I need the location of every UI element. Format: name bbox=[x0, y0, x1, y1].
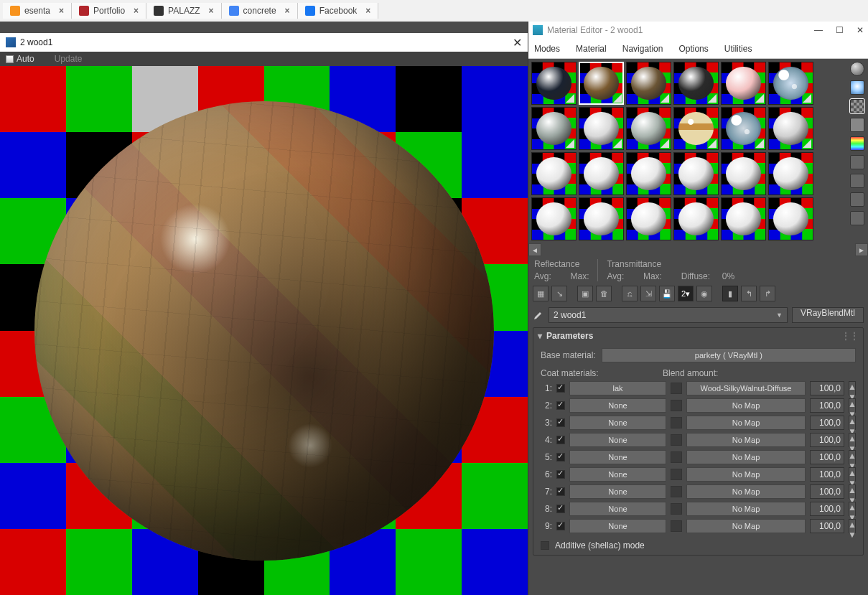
coat-enable-checkbox[interactable] bbox=[556, 436, 565, 444]
spinner-icon[interactable]: ▲▼ bbox=[849, 450, 856, 464]
coat-blend-amount[interactable]: 100,0 bbox=[810, 398, 844, 413]
spinner-icon[interactable]: ▲▼ bbox=[849, 416, 856, 430]
coat-material-slot[interactable]: None bbox=[569, 484, 666, 499]
show-in-viewport-icon[interactable]: ◉ bbox=[696, 286, 712, 301]
coat-blend-map-slot[interactable]: No Map bbox=[686, 433, 806, 447]
material-sample-slot[interactable] bbox=[721, 107, 766, 150]
coat-color-swatch[interactable] bbox=[671, 469, 682, 480]
coat-enable-checkbox[interactable] bbox=[556, 487, 565, 496]
put-to-scene-icon[interactable]: ↘ bbox=[551, 286, 567, 301]
material-sample-slot[interactable] bbox=[673, 62, 719, 105]
coat-enable-checkbox[interactable] bbox=[556, 470, 565, 479]
get-material-icon[interactable]: ▦ bbox=[533, 286, 549, 301]
tab-close-icon[interactable]: × bbox=[285, 6, 290, 16]
material-sample-slot[interactable] bbox=[531, 62, 577, 105]
browser-tab[interactable]: concrete× bbox=[222, 3, 298, 19]
coat-blend-map-slot[interactable]: No Map bbox=[686, 467, 806, 482]
coat-blend-map-slot[interactable]: No Map bbox=[686, 502, 806, 516]
material-sample-slot[interactable] bbox=[579, 62, 624, 105]
backlight-icon[interactable] bbox=[850, 80, 864, 95]
material-sample-slot[interactable] bbox=[626, 107, 671, 150]
coat-color-swatch[interactable] bbox=[671, 520, 682, 532]
spinner-icon[interactable]: ▲▼ bbox=[849, 381, 856, 395]
close-icon[interactable]: ✕ bbox=[513, 36, 522, 50]
grip-icon[interactable]: ⋮⋮ bbox=[841, 331, 859, 341]
spinner-icon[interactable]: ▲▼ bbox=[849, 433, 856, 447]
coat-color-swatch[interactable] bbox=[671, 503, 682, 515]
browser-tab[interactable]: PALAZZ× bbox=[146, 3, 221, 19]
show-end-result-icon[interactable]: ▮ bbox=[722, 286, 738, 301]
menu-material[interactable]: Material bbox=[576, 44, 607, 54]
close-icon[interactable]: ✕ bbox=[857, 25, 864, 35]
put-to-library-icon[interactable]: ⇲ bbox=[640, 286, 656, 301]
spinner-icon[interactable]: ▲▼ bbox=[849, 467, 856, 482]
coat-material-slot[interactable]: None bbox=[569, 467, 666, 482]
coat-material-slot[interactable]: lak bbox=[569, 381, 666, 395]
go-to-parent-icon[interactable]: ↰ bbox=[741, 286, 757, 301]
spinner-icon[interactable]: ▲▼ bbox=[849, 502, 856, 516]
coat-blend-map-slot[interactable]: No Map bbox=[686, 450, 806, 464]
coat-material-slot[interactable]: None bbox=[569, 519, 666, 533]
coat-blend-map-slot[interactable]: No Map bbox=[686, 398, 806, 413]
material-sample-slot[interactable] bbox=[768, 62, 813, 105]
additive-mode-checkbox[interactable] bbox=[541, 541, 549, 550]
sample-color-icon[interactable] bbox=[850, 136, 864, 151]
coat-blend-amount[interactable]: 100,0 bbox=[810, 484, 844, 499]
minimize-icon[interactable]: — bbox=[814, 25, 823, 35]
coat-blend-amount[interactable]: 100,0 bbox=[810, 381, 844, 395]
coat-color-swatch[interactable] bbox=[671, 383, 682, 394]
make-unique-icon[interactable]: ⎌ bbox=[622, 286, 638, 301]
coat-color-swatch[interactable] bbox=[671, 486, 682, 497]
save-icon[interactable]: 💾 bbox=[659, 286, 675, 301]
scroll-right-icon[interactable]: ► bbox=[855, 243, 868, 256]
coat-blend-amount[interactable]: 100,0 bbox=[810, 519, 844, 533]
maximize-icon[interactable]: ☐ bbox=[836, 25, 844, 35]
material-id-channel-icon[interactable]: 2▾ bbox=[678, 286, 694, 301]
menu-options[interactable]: Options bbox=[678, 44, 708, 54]
coat-blend-map-slot[interactable]: No Map bbox=[686, 416, 806, 430]
material-sample-slot[interactable] bbox=[626, 152, 671, 195]
material-sample-slot[interactable] bbox=[673, 197, 719, 240]
tab-close-icon[interactable]: × bbox=[209, 6, 214, 16]
coat-enable-checkbox[interactable] bbox=[556, 418, 565, 427]
update-button[interactable]: Update bbox=[47, 52, 90, 65]
browser-tab[interactable]: esenta× bbox=[3, 3, 72, 19]
material-sample-slot[interactable] bbox=[626, 62, 671, 105]
scroll-left-icon[interactable]: ◄ bbox=[528, 243, 541, 256]
coat-material-slot[interactable]: None bbox=[569, 433, 666, 447]
material-sample-slot[interactable] bbox=[721, 62, 766, 105]
options-icon[interactable] bbox=[850, 174, 864, 188]
spinner-icon[interactable]: ▲▼ bbox=[849, 398, 856, 413]
material-sample-slot[interactable] bbox=[626, 197, 671, 240]
delete-icon[interactable]: 🗑 bbox=[596, 286, 612, 301]
material-sample-slot[interactable] bbox=[721, 152, 766, 195]
coat-blend-amount[interactable]: 100,0 bbox=[810, 416, 844, 430]
coat-enable-checkbox[interactable] bbox=[556, 384, 565, 393]
go-forward-icon[interactable]: ↱ bbox=[760, 286, 775, 301]
coat-blend-amount[interactable]: 100,0 bbox=[810, 502, 844, 516]
coat-blend-map-slot[interactable]: No Map bbox=[686, 484, 806, 499]
material-sample-slot[interactable] bbox=[768, 107, 813, 150]
material-sample-slot[interactable] bbox=[673, 152, 719, 195]
video-color-check-icon[interactable] bbox=[850, 155, 864, 169]
coat-blend-map-slot[interactable]: No Map bbox=[686, 519, 806, 533]
rollup-header[interactable]: ▾ Parameters ⋮⋮ bbox=[533, 328, 863, 344]
material-sample-slot[interactable] bbox=[579, 197, 624, 240]
base-material-slot[interactable]: parkety ( VRayMtl ) bbox=[602, 348, 856, 362]
material-sample-slot[interactable] bbox=[531, 152, 577, 195]
coat-material-slot[interactable]: None bbox=[569, 416, 666, 430]
material-list-icon[interactable] bbox=[850, 211, 864, 225]
sample-uv-icon[interactable] bbox=[850, 118, 864, 132]
eyedropper-icon[interactable] bbox=[533, 309, 544, 321]
coat-blend-amount[interactable]: 100,0 bbox=[810, 450, 844, 464]
background-checker-icon[interactable] bbox=[850, 99, 864, 113]
coat-enable-checkbox[interactable] bbox=[556, 453, 565, 462]
tab-close-icon[interactable]: × bbox=[134, 6, 139, 16]
coat-material-slot[interactable]: None bbox=[569, 502, 666, 516]
coat-color-swatch[interactable] bbox=[671, 417, 682, 428]
tab-close-icon[interactable]: × bbox=[59, 6, 64, 16]
material-sample-slot[interactable] bbox=[673, 107, 719, 150]
material-sample-slot[interactable] bbox=[531, 107, 577, 150]
coat-blend-amount[interactable]: 100,0 bbox=[810, 433, 844, 447]
browser-tab[interactable]: Portfolio× bbox=[72, 3, 146, 19]
